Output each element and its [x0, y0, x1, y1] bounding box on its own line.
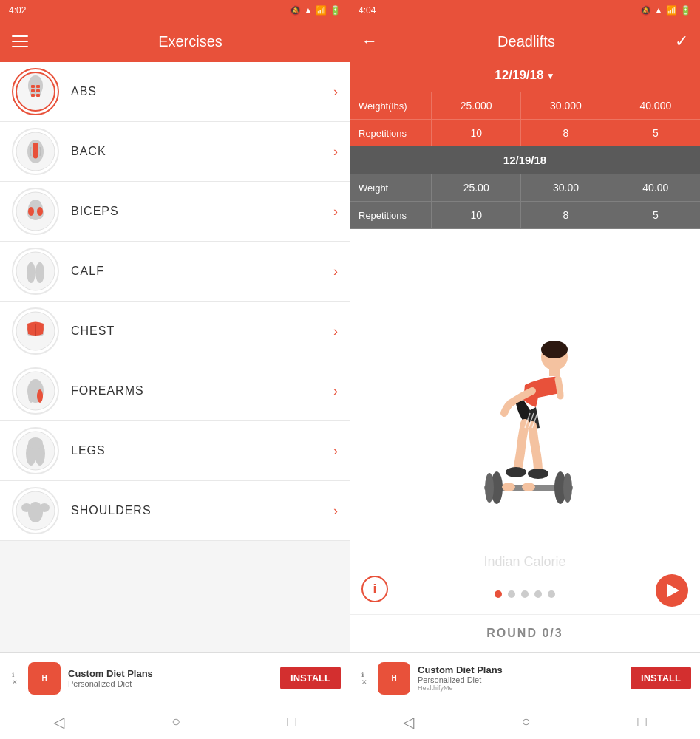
svg-point-15 — [28, 207, 34, 216]
history-reps-1: 10 — [431, 202, 520, 228]
legs-chevron: › — [333, 443, 338, 459]
left-panel: 4:02 🔕 ▲ 📶 🔋 Exercises — [0, 0, 350, 739]
chest-muscle-icon — [12, 307, 59, 355]
calf-chevron: › — [333, 264, 338, 279]
biceps-chevron: › — [333, 204, 338, 219]
dot-1 — [495, 590, 502, 598]
right-ad-logo-text: H — [391, 674, 396, 682]
back-chevron: › — [333, 144, 338, 160]
right-ad-logo: H — [378, 662, 410, 695]
signal-icon: 📶 — [316, 5, 327, 16]
left-time: 4:02 — [9, 5, 26, 16]
reps-label: Repetitions — [350, 120, 431, 146]
legs-muscle-icon — [12, 427, 59, 474]
svg-rect-3 — [31, 85, 35, 88]
dot-2 — [508, 590, 515, 598]
dots-indicator — [495, 590, 555, 598]
history-weight-3: 40.00 — [611, 174, 700, 201]
svg-point-20 — [27, 262, 35, 277]
history-table: Weight 25.00 30.00 40.00 Repetitions 10 … — [350, 174, 700, 229]
back-button[interactable]: ← — [361, 32, 378, 51]
check-button[interactable]: ✓ — [675, 32, 688, 51]
list-item[interactable]: FOREARMS › — [0, 361, 350, 421]
history-date: 12/19/18 — [503, 154, 546, 166]
calf-muscle-icon — [12, 248, 59, 295]
list-item[interactable]: CHEST › — [0, 302, 350, 361]
left-ad-info: ℹ✕ — [9, 671, 21, 686]
recents-nav-button[interactable]: □ — [288, 713, 296, 730]
shoulders-chevron: › — [333, 503, 338, 519]
weight-col-2[interactable]: 30.000 — [520, 92, 610, 119]
history-weight-row: Weight 25.00 30.00 40.00 — [350, 174, 700, 202]
reps-col-3[interactable]: 5 — [611, 120, 700, 146]
right-battery-icon: 🔋 — [680, 5, 691, 16]
list-item[interactable]: ABS › — [0, 62, 350, 122]
weight-col-1[interactable]: 25.000 — [431, 92, 520, 119]
history-reps-2: 8 — [520, 202, 610, 228]
svg-point-42 — [506, 467, 526, 477]
left-ad-banner: ℹ✕ H Custom Diet Plans Personalized Diet… — [0, 652, 350, 704]
weight-label: Weight(lbs) — [350, 93, 431, 119]
back-nav-button[interactable]: ◁ — [53, 713, 64, 731]
left-install-button[interactable]: INSTALL — [280, 667, 341, 689]
svg-point-21 — [36, 262, 44, 277]
play-icon — [667, 584, 679, 597]
right-ad-main: Custom Diet Plans — [418, 664, 623, 675]
list-item[interactable]: SHOULDERS › — [0, 481, 350, 541]
abs-muscle-icon — [12, 68, 59, 115]
date-display[interactable]: 12/19/18 — [495, 68, 554, 82]
svg-point-25 — [35, 324, 44, 334]
svg-rect-5 — [31, 89, 35, 92]
right-ad-brand: HealthifyMe — [418, 684, 623, 692]
list-item[interactable]: BACK › — [0, 122, 350, 182]
reps-col-2[interactable]: 8 — [520, 120, 610, 146]
calf-label: CALF — [59, 265, 333, 278]
exercise-list: ABS › BACK › — [0, 62, 350, 652]
svg-point-40 — [541, 341, 568, 358]
weight-col-3[interactable]: 40.000 — [611, 92, 700, 119]
left-status-bar: 4:02 🔕 ▲ 📶 🔋 — [0, 0, 350, 21]
right-home-nav-button[interactable]: ○ — [521, 713, 530, 730]
list-item[interactable]: CALF › — [0, 242, 350, 302]
watermark-text: Indian Calorie — [483, 554, 565, 570]
right-ad-sub: Personalized Diet — [418, 675, 623, 684]
play-button[interactable] — [656, 574, 688, 607]
info-button[interactable]: i — [361, 576, 388, 602]
abs-chevron: › — [333, 84, 338, 100]
right-ad-info: ℹ✕ — [359, 671, 370, 686]
forearms-label: FOREARMS — [59, 384, 333, 398]
abs-label: ABS — [59, 85, 333, 98]
right-install-button[interactable]: INSTALL — [631, 667, 691, 689]
forearms-muscle-icon — [12, 367, 59, 415]
reps-col-1[interactable]: 10 — [431, 120, 520, 146]
svg-point-37 — [21, 503, 32, 512]
home-nav-button[interactable]: ○ — [171, 713, 180, 730]
history-weight-1: 25.00 — [431, 174, 520, 201]
deadlift-figure — [451, 326, 599, 518]
svg-point-38 — [39, 503, 50, 512]
left-ad-main: Custom Diet Plans — [68, 668, 273, 679]
svg-point-46 — [485, 473, 494, 503]
left-nav-bar: ◁ ○ □ — [0, 704, 350, 739]
svg-rect-4 — [36, 85, 40, 88]
history-section: 12/19/18 — [350, 146, 700, 174]
workout-table: Weight(lbs) 25.000 30.000 40.000 Repetit… — [350, 92, 700, 146]
menu-icon[interactable] — [12, 35, 28, 47]
weight-row: Weight(lbs) 25.000 30.000 40.000 — [350, 92, 700, 119]
list-item[interactable]: LEGS › — [0, 421, 350, 481]
svg-point-16 — [37, 207, 43, 216]
right-mute-icon: 🔕 — [640, 5, 651, 16]
left-status-icons: 🔕 ▲ 📶 🔋 — [290, 5, 341, 16]
svg-point-48 — [563, 473, 572, 503]
mute-icon: 🔕 — [290, 5, 301, 16]
right-recents-nav-button[interactable]: □ — [637, 713, 646, 730]
biceps-muscle-icon — [12, 188, 59, 235]
right-ad-text: Custom Diet Plans Personalized Diet Heal… — [418, 664, 623, 692]
svg-point-29 — [28, 389, 34, 403]
list-item[interactable]: BICEPS › — [0, 182, 350, 242]
svg-rect-8 — [36, 94, 40, 97]
back-label: BACK — [59, 145, 333, 158]
svg-point-34 — [28, 437, 43, 449]
right-back-nav-button[interactable]: ◁ — [403, 713, 414, 731]
dot-4 — [534, 590, 542, 598]
